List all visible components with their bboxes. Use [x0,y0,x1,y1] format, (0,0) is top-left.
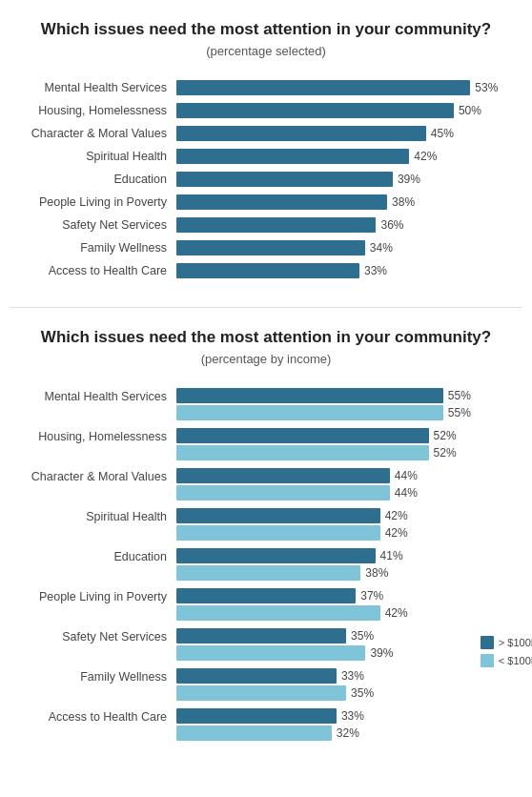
chart2-section: Which issues need the most attention in … [10,327,522,748]
bar-area: 45% [176,126,522,141]
bar-low-value: 52% [434,446,457,460]
chart1-title: Which issues need the most attention in … [10,19,522,61]
bar-low-fill [176,485,390,501]
bar-fill [176,80,470,95]
bar-fill [176,126,426,141]
chart2-row: Housing, Homelessness52%52% [10,428,471,460]
bar-label: Mental Health Services [10,81,176,94]
bar-low-fill [176,605,380,621]
bar-high-value: 41% [380,549,403,562]
chart1-section: Which issues need the most attention in … [10,19,522,278]
bar-low-value: 39% [370,646,393,660]
chart1-row: Access to Health Care33% [10,263,522,278]
bar-label: Housing, Homelessness [10,428,176,443]
bar-high-fill [176,468,390,483]
bar-low-fill [176,525,380,541]
bar-low-value: 42% [385,526,408,540]
chart1-row: People Living in Poverty38% [10,194,522,210]
legend-high-label: > $100K [499,637,532,648]
legend-low-label: < $100K [499,655,532,666]
bar-high-fill [176,628,346,644]
chart2-row: Mental Health Services55%55% [10,388,471,420]
chart1-bars: Mental Health Services53%Housing, Homele… [10,80,522,278]
bar-low-value: 44% [395,486,418,500]
bar-area: 53% [176,80,522,95]
bar-area: 33% [176,263,522,278]
bar-high-value: 33% [341,709,364,723]
bar-fill [176,172,393,187]
bar-high-fill [176,668,337,684]
legend-low: < $100K [481,654,532,667]
bar-area: 39% [176,172,522,187]
bar-label: Character & Moral Values [10,468,176,483]
bar-value-label: 50% [459,104,481,117]
bar-label: Safety Net Services [10,628,176,644]
bar-label: Access to Health Care [10,708,176,724]
chart2-row: Family Wellness33%35% [10,668,471,701]
bar-high-value: 44% [395,469,418,482]
chart2-row: People Living in Poverty37%42% [10,588,471,621]
bar-low-fill [176,725,332,741]
bar-high-value: 35% [351,629,374,643]
bar-high-value: 52% [434,429,457,442]
bar-area: 50% [176,103,522,118]
chart2-bars-area: Mental Health Services55%55%Housing, Hom… [10,388,471,748]
chart2-row: Character & Moral Values44%44% [10,468,471,501]
chart2-title: Which issues need the most attention in … [10,327,522,369]
chart2-subtitle: (percentage by income) [201,352,332,366]
chart1-row: Education39% [10,172,522,187]
bar-area: 52%52% [176,428,471,460]
bar-value-label: 39% [398,173,420,186]
bar-low-fill [176,405,443,420]
bar-label: Education [10,548,176,563]
chart2-row: Access to Health Care33%32% [10,708,471,741]
bar-label: Education [10,173,176,186]
bar-value-label: 38% [392,195,415,209]
bar-area: 44%44% [176,468,471,501]
bar-high-fill [176,428,429,443]
bar-label: Family Wellness [10,241,176,255]
bar-area: 55%55% [176,388,471,420]
bar-low-value: 38% [365,566,388,580]
bar-high-value: 55% [448,389,471,402]
chart1-row: Housing, Homelessness50% [10,103,522,118]
bar-value-label: 45% [431,127,454,140]
bar-low-value: 55% [448,406,471,419]
bar-low-fill [176,565,360,581]
bar-high-value: 33% [341,669,364,683]
bar-area: 36% [176,217,522,233]
bar-area: 41%38% [176,548,471,581]
bar-label: People Living in Poverty [10,195,176,209]
bar-value-label: 53% [475,81,498,94]
bar-high-fill [176,508,380,523]
bar-label: Access to Health Care [10,264,176,277]
bar-label: Spiritual Health [10,150,176,163]
bar-label: Housing, Homelessness [10,104,176,117]
chart2-content: Mental Health Services55%55%Housing, Hom… [10,388,522,748]
bar-value-label: 34% [370,241,393,255]
bar-value-label: 42% [414,150,437,163]
bar-high-value: 42% [385,509,408,522]
bar-area: 42%42% [176,508,471,541]
legend-high-box [481,636,494,649]
bar-low-fill [176,645,365,661]
bar-area: 37%42% [176,588,471,621]
bar-low-value: 32% [337,726,359,740]
legend-low-box [481,654,494,667]
bar-area: 35%39% [176,628,471,661]
bar-fill [176,194,387,210]
bar-fill [176,149,409,164]
chart2-row: Safety Net Services35%39% [10,628,471,661]
bar-high-fill [176,388,443,403]
chart2-row: Spiritual Health42%42% [10,508,471,541]
bar-label: People Living in Poverty [10,588,176,603]
chart1-row: Safety Net Services36% [10,217,522,233]
bar-value-label: 33% [364,264,387,277]
bar-area: 42% [176,149,522,164]
bar-label: Spiritual Health [10,508,176,523]
bar-fill [176,217,376,233]
chart2-legend: > $100K< $100K [481,388,532,667]
chart1-row: Spiritual Health42% [10,149,522,164]
bar-low-fill [176,445,429,460]
bar-area: 38% [176,194,522,210]
